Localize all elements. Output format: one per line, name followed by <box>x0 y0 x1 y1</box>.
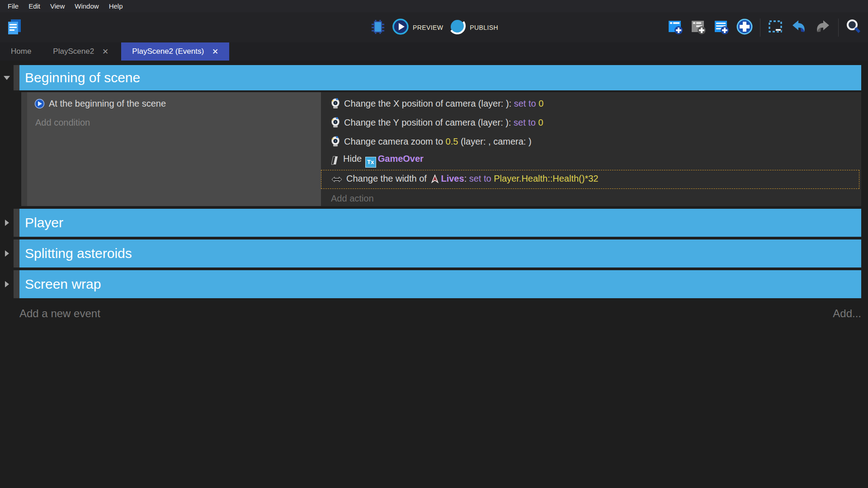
tab-label: PlayScene2 <box>53 47 94 56</box>
action-row-lives-width[interactable]: Change the width of Lives: set to Player… <box>321 170 859 189</box>
group-gutter <box>0 209 14 237</box>
camera-icon <box>331 98 340 109</box>
action-value: 0.5 <box>446 136 458 146</box>
group-gutter <box>0 65 14 90</box>
action-text: (layer: , camera: ) <box>458 136 531 146</box>
publish-button[interactable]: PUBLISH <box>449 19 498 37</box>
add-condition-button[interactable]: Add condition <box>34 113 321 132</box>
preview-label: PREVIEW <box>413 24 443 31</box>
group-title: Player <box>25 215 63 230</box>
group-handle[interactable] <box>14 270 19 298</box>
camera-icon <box>331 117 340 128</box>
action-expression: Player.Health::Health()*32 <box>494 174 598 183</box>
action-text: : <box>464 174 469 183</box>
event-group-screen-wrap: Screen wrap <box>0 270 868 298</box>
group-handle[interactable] <box>14 239 19 267</box>
preview-play-icon <box>392 19 409 37</box>
action-row-camera-y[interactable]: Change the Y position of camera (layer: … <box>321 113 859 132</box>
debugger-icon[interactable] <box>370 19 386 37</box>
action-value: 0 <box>538 117 543 127</box>
action-keyword: set to <box>514 99 538 108</box>
add-event-icon[interactable] <box>667 19 683 37</box>
object-name: Lives <box>441 174 464 183</box>
event-handle[interactable] <box>21 92 27 206</box>
event-indent <box>14 92 21 206</box>
action-value: 0 <box>538 99 543 108</box>
conditions-panel[interactable]: At the beginning of the scene Add condit… <box>27 92 321 206</box>
group-handle[interactable] <box>14 209 19 237</box>
object-name: GameOver <box>378 154 424 164</box>
publish-label: PUBLISH <box>470 24 498 31</box>
group-handle[interactable] <box>14 65 19 90</box>
sheet-footer: Add a new event Add... <box>0 301 868 320</box>
collapse-arrow-icon[interactable] <box>4 76 10 80</box>
add-more-button[interactable]: Add... <box>833 307 861 320</box>
tab-label: PlayScene2 (Events) <box>132 47 204 56</box>
group-header[interactable]: Screen wrap <box>19 270 861 298</box>
publish-globe-icon <box>449 19 466 37</box>
event-gutter <box>0 92 14 206</box>
tab-playscene2[interactable]: PlayScene2 ✕ <box>42 42 119 61</box>
tab-label: Home <box>11 47 31 56</box>
action-text: Change the Y position of camera (layer: … <box>344 117 514 127</box>
ship-object-icon <box>430 174 439 186</box>
group-header[interactable]: Beginning of scene <box>19 65 861 90</box>
add-comment-icon[interactable] <box>713 19 729 37</box>
expand-arrow-icon[interactable] <box>5 220 9 226</box>
redo-icon[interactable] <box>814 19 831 37</box>
delete-selection-icon[interactable] <box>767 19 783 37</box>
hide-icon <box>331 155 339 166</box>
menu-help[interactable]: Help <box>104 0 128 12</box>
group-gutter <box>0 239 14 267</box>
preview-button[interactable]: PREVIEW <box>392 19 443 37</box>
search-icon[interactable] <box>845 19 862 37</box>
tab-bar: Home PlayScene2 ✕ PlayScene2 (Events) ✕ <box>0 42 868 61</box>
menu-bar: File Edit View Window Help <box>0 0 868 12</box>
group-header[interactable]: Splitting asteroids <box>19 239 861 267</box>
tab-close-icon[interactable]: ✕ <box>102 47 108 56</box>
camera-icon <box>331 136 340 147</box>
menu-edit[interactable]: Edit <box>24 0 45 12</box>
events-sheet: Beginning of scene At the beginning of t… <box>0 61 868 488</box>
action-row-camera-x[interactable]: Change the X position of camera (layer: … <box>321 94 859 113</box>
main-toolbar: PREVIEW PUBLISH <box>0 12 868 42</box>
event-group-player: Player <box>0 209 868 237</box>
group-gutter <box>0 270 14 298</box>
tab-playscene2-events[interactable]: PlayScene2 (Events) ✕ <box>121 42 229 61</box>
menu-file[interactable]: File <box>3 0 24 12</box>
action-text: Change camera zoom to <box>344 136 446 146</box>
condition-row[interactable]: At the beginning of the scene <box>34 94 321 113</box>
group-header[interactable]: Player <box>19 209 861 237</box>
event-row: At the beginning of the scene Add condit… <box>0 92 868 206</box>
add-subevent-icon[interactable] <box>690 19 706 37</box>
menu-window[interactable]: Window <box>70 0 104 12</box>
group-title: Splitting asteroids <box>25 246 132 261</box>
action-keyword: set to <box>514 117 538 127</box>
expand-arrow-icon[interactable] <box>5 281 9 287</box>
toolbar-separator <box>760 19 760 37</box>
scene-start-icon <box>34 99 45 109</box>
tab-home[interactable]: Home <box>0 42 42 61</box>
action-row-camera-zoom[interactable]: Change camera zoom to 0.5 (layer: , came… <box>321 132 859 151</box>
action-row-hide-gameover[interactable]: Hide TxGameOver <box>321 151 859 170</box>
event-group-beginning-of-scene: Beginning of scene <box>0 65 868 90</box>
resize-width-icon <box>331 176 342 183</box>
action-keyword: set to <box>469 174 494 183</box>
toolbar-separator <box>838 19 839 37</box>
group-title: Screen wrap <box>25 277 101 292</box>
action-text: Hide <box>343 154 364 164</box>
add-plus-icon[interactable] <box>736 18 753 37</box>
group-title: Beginning of scene <box>25 70 140 85</box>
expand-arrow-icon[interactable] <box>5 250 9 257</box>
actions-panel[interactable]: Change the X position of camera (layer: … <box>321 92 861 206</box>
event-group-splitting-asteroids: Splitting asteroids <box>0 239 868 267</box>
project-manager-icon[interactable] <box>5 18 24 38</box>
add-new-event-button[interactable]: Add a new event <box>19 307 100 320</box>
text-object-icon: Tx <box>365 157 376 168</box>
tab-close-icon[interactable]: ✕ <box>212 47 218 56</box>
add-action-button[interactable]: Add action <box>321 189 861 208</box>
action-text: Change the X position of camera (layer: … <box>344 99 514 108</box>
condition-text: At the beginning of the scene <box>49 99 166 109</box>
menu-view[interactable]: View <box>45 0 70 12</box>
undo-icon[interactable] <box>790 19 807 37</box>
